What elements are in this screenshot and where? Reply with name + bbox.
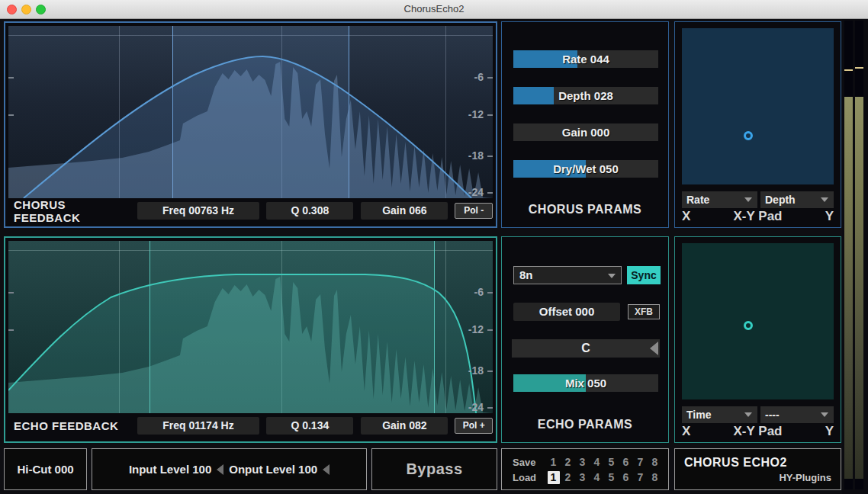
chorus-polarity-button[interactable]: Pol - [455,203,493,219]
db-tick [8,77,14,79]
arrow-left-icon[interactable] [217,464,223,475]
load-slot[interactable]: 7 [633,471,648,483]
sync-button[interactable]: Sync [627,266,661,284]
save-slot[interactable]: 3 [575,456,590,468]
xy-y-assign-value: ---- [765,409,780,421]
level-meter-left [844,21,853,489]
db-tick [8,292,14,294]
depth-slider[interactable]: Depth 028 [513,87,658,104]
plugin-window: ChorusEcho2 -6 -12 -18 -24 [0,0,868,494]
depth-slider-label: Depth 028 [513,87,658,104]
load-row: Load 1 2 3 4 5 6 7 8 [513,470,668,485]
arrow-left-icon[interactable] [650,342,658,355]
chevron-down-icon [821,197,828,202]
load-slot[interactable]: 2 [561,471,575,483]
chorus-gain-value[interactable]: Gain 066 [361,202,448,220]
channel-selector[interactable]: C [512,339,660,358]
mix-slider[interactable]: Mix 050 [513,374,658,392]
hi-cut-control[interactable]: Hi-Cut 000 [4,448,87,490]
echo-xy-pad[interactable] [682,243,834,399]
xy-pad-title: X-Y Pad [734,424,783,441]
xy-labels: X X-Y Pad Y [682,209,834,226]
chorus-feedback-title: CHORUS FEEDBACK [14,198,133,224]
chorus-freq-value[interactable]: Freq 00763 Hz [137,202,260,220]
y-axis-label: Y [825,209,834,226]
load-label: Load [513,472,546,483]
echo-feedback-panel: -6 -12 -18 -24 ECHO FEEDBACK Freq 01174 … [4,236,497,443]
gain-slider[interactable]: Gain 000 [513,124,658,141]
db-label: -6 [474,286,484,298]
title-bar: ChorusEcho2 [0,0,868,19]
chorus-feedback-panel: -6 -12 -18 -24 CHORUS FEEDBACK Freq 0076… [4,21,497,228]
drywet-slider[interactable]: Dry/Wet 050 [513,160,658,178]
xy-pad-handle[interactable] [744,321,753,330]
xfb-button[interactable]: XFB [628,304,660,319]
echo-params-title: ECHO PARAMS [502,418,668,431]
db-tick [487,77,493,79]
meter-peak-marker [855,67,863,69]
save-slot[interactable]: 4 [590,456,604,468]
save-slot[interactable]: 1 [546,456,561,468]
echo-feedback-controls: ECHO FEEDBACK Freq 01174 Hz Q 0.134 Gain… [8,413,493,438]
db-label: -12 [468,323,484,335]
db-tick [487,156,493,157]
save-slot[interactable]: 7 [633,456,648,468]
arrow-left-icon[interactable] [323,464,330,475]
gain-slider-label: Gain 000 [513,124,658,141]
sync-rate-dropdown[interactable]: 8n [513,266,622,284]
echo-filter-display[interactable]: -6 -12 -18 -24 [8,241,493,413]
chevron-down-icon [744,412,752,417]
echo-freq-value[interactable]: Freq 01174 Hz [137,417,260,435]
echo-q-value[interactable]: Q 0.134 [266,417,353,435]
io-level-controls: Input Level 100 Onput Level 100 [92,448,367,490]
echo-xy-pad-panel: Time ---- X X-Y Pad Y [674,236,841,443]
load-slot[interactable]: 4 [590,471,604,483]
xy-y-assign-dropdown[interactable]: ---- [760,406,834,423]
xy-y-assign-dropdown[interactable]: Depth [760,191,834,208]
input-level-value[interactable]: Input Level 100 [129,463,211,476]
save-slot[interactable]: 6 [619,456,633,468]
db-label: -6 [474,71,484,83]
rate-slider[interactable]: Rate 044 [513,50,658,68]
chorus-xy-pad[interactable] [682,28,834,184]
xy-labels: X X-Y Pad Y [682,424,834,441]
db-tick [487,407,493,409]
chorus-params-title: CHORUS PARAMS [502,203,668,217]
echo-gain-value[interactable]: Gain 082 [361,417,448,435]
save-slot[interactable]: 8 [648,456,662,468]
echo-polarity-button[interactable]: Pol + [455,418,493,434]
meter-fill [844,97,853,479]
offset-value[interactable]: Offset 000 [513,303,620,321]
hi-cut-value: Hi-Cut 000 [17,463,73,476]
db-tick [487,329,493,331]
xy-y-assign-value: Depth [765,194,796,206]
save-slot[interactable]: 5 [604,456,619,468]
load-slot-active[interactable]: 1 [548,471,560,484]
plugin-name: CHORUS ECHO2 [684,456,787,470]
xy-pad-handle[interactable] [744,131,753,140]
chevron-down-icon [608,274,616,278]
output-level-value[interactable]: Onput Level 100 [229,463,317,476]
db-label: -12 [468,108,484,120]
xy-x-assign-value: Time [686,409,711,421]
channel-value: C [581,342,590,354]
db-tick [487,292,493,294]
xy-x-assign-dropdown[interactable]: Rate [682,191,757,208]
xy-x-assign-dropdown[interactable]: Time [682,406,757,423]
save-slot[interactable]: 2 [561,456,575,468]
db-label: -18 [468,149,484,162]
preset-save-load: Save 1 2 3 4 5 6 7 8 Load 1 2 3 4 5 6 7 … [501,448,669,490]
window-title: ChorusEcho2 [0,3,868,14]
load-slot[interactable]: 6 [619,471,633,483]
bypass-label: Bypass [406,460,462,478]
chorus-q-value[interactable]: Q 0.308 [266,202,353,220]
y-axis-label: Y [825,424,834,441]
load-slot[interactable]: 3 [575,471,590,483]
load-slot[interactable]: 8 [648,471,662,483]
db-label: -24 [468,401,484,413]
meter-fill [855,97,863,479]
bypass-button[interactable]: Bypass [371,448,497,490]
load-slot[interactable]: 5 [604,471,619,483]
chorus-filter-display[interactable]: -6 -12 -18 -24 [8,26,493,198]
drywet-slider-label: Dry/Wet 050 [513,160,658,178]
